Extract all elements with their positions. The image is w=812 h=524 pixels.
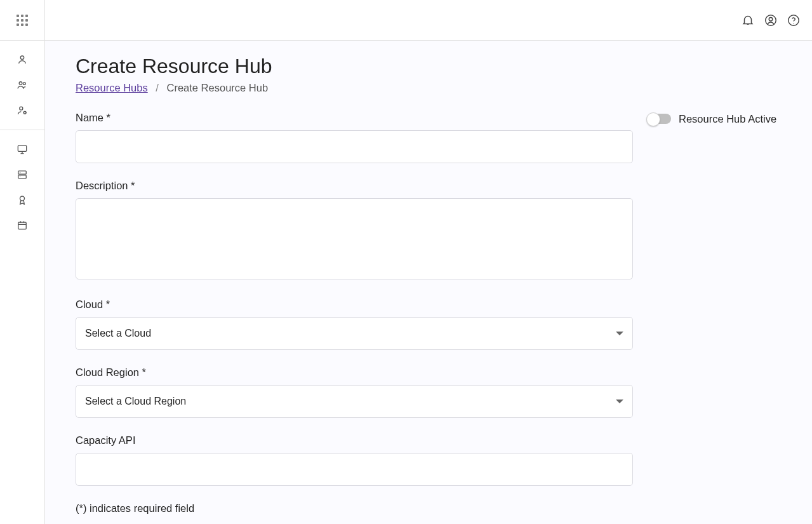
active-toggle-label: Resource Hub Active — [679, 112, 776, 127]
sidebar-item-award[interactable] — [0, 187, 44, 213]
form-left: Name * Description * Cloud * Select a Cl… — [76, 112, 633, 514]
monitor-icon — [16, 143, 29, 156]
capacity-api-input[interactable] — [76, 453, 633, 486]
cloud-select-value: Select a Cloud — [85, 328, 151, 339]
svg-point-9 — [20, 177, 20, 177]
page-title: Create Resource Hub — [76, 55, 782, 78]
sidebar-apps-button[interactable] — [0, 0, 44, 41]
label-name: Name * — [76, 112, 633, 124]
svg-point-12 — [766, 15, 776, 25]
calendar-icon — [16, 219, 29, 232]
form-row: Name * Description * Cloud * Select a Cl… — [76, 112, 782, 514]
sidebar-group-users — [0, 41, 44, 130]
sidebar-item-monitor[interactable] — [0, 137, 44, 162]
name-input[interactable] — [76, 130, 633, 163]
person-icon — [16, 53, 29, 66]
sidebar-item-person[interactable] — [0, 47, 44, 72]
svg-rect-11 — [18, 222, 27, 229]
svg-point-1 — [19, 82, 22, 85]
svg-point-0 — [20, 56, 23, 59]
svg-rect-6 — [18, 171, 27, 174]
breadcrumb: Resource Hubs / Create Resource Hub — [76, 82, 782, 94]
svg-point-3 — [20, 107, 23, 110]
breadcrumb-current: Create Resource Hub — [167, 82, 269, 93]
main-column: Create Resource Hub Resource Hubs / Crea… — [45, 0, 812, 524]
sidebar — [0, 0, 45, 524]
sidebar-group-resources — [0, 130, 44, 245]
account-icon[interactable] — [764, 13, 778, 27]
svg-point-14 — [789, 15, 799, 25]
toggle-active-row: Resource Hub Active — [648, 112, 782, 127]
field-cloud-region: Cloud Region * Select a Cloud Region — [76, 366, 633, 418]
sidebar-item-server[interactable] — [0, 162, 44, 187]
cloud-region-select[interactable]: Select a Cloud Region — [76, 385, 633, 418]
sidebar-item-calendar[interactable] — [0, 213, 44, 238]
field-name: Name * — [76, 112, 633, 163]
award-icon — [16, 194, 29, 206]
bell-icon[interactable] — [741, 13, 755, 27]
label-cloud-region: Cloud Region * — [76, 366, 633, 379]
topbar — [45, 0, 812, 41]
cloud-select[interactable]: Select a Cloud — [76, 317, 633, 350]
field-capacity-api: Capacity API — [76, 434, 633, 486]
svg-point-13 — [769, 17, 773, 21]
svg-point-10 — [20, 196, 25, 201]
form-right: Resource Hub Active — [648, 112, 782, 127]
breadcrumb-parent-link[interactable]: Resource Hubs — [76, 82, 148, 93]
label-description: Description * — [76, 180, 633, 192]
people-icon — [16, 79, 29, 91]
description-textarea[interactable] — [76, 198, 633, 279]
svg-point-15 — [793, 22, 794, 23]
sidebar-item-person-gear[interactable] — [0, 98, 44, 123]
svg-point-8 — [20, 172, 20, 173]
caret-down-icon — [616, 332, 623, 335]
label-capacity-api: Capacity API — [76, 434, 633, 447]
label-cloud: Cloud * — [76, 299, 633, 311]
content-area: Create Resource Hub Resource Hubs / Crea… — [45, 41, 812, 524]
svg-rect-5 — [18, 145, 26, 151]
cloud-region-select-value: Select a Cloud Region — [85, 396, 186, 407]
active-toggle[interactable] — [648, 114, 671, 124]
caret-down-icon — [616, 400, 623, 403]
svg-rect-7 — [18, 175, 27, 178]
field-cloud: Cloud * Select a Cloud — [76, 299, 633, 350]
svg-point-2 — [23, 83, 25, 85]
apps-grid-icon — [17, 15, 28, 26]
field-description: Description * — [76, 180, 633, 282]
help-icon[interactable] — [787, 13, 801, 27]
toggle-knob — [646, 112, 660, 126]
required-note: (*) indicates required field — [76, 502, 633, 514]
page: Create Resource Hub Resource Hubs / Crea… — [45, 41, 812, 524]
person-gear-icon — [16, 104, 29, 117]
sidebar-item-people[interactable] — [0, 72, 44, 98]
breadcrumb-separator: / — [156, 82, 159, 93]
server-icon — [16, 168, 29, 181]
